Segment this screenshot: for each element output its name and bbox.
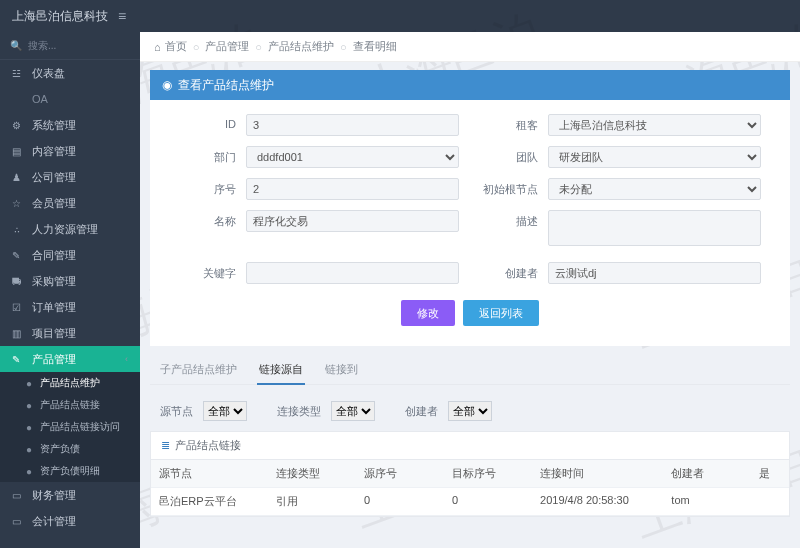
sidebar-item-3[interactable]: ▤内容管理 xyxy=(0,138,140,164)
links-table: 源节点 连接类型 源序号 目标序号 连接时间 创建者 是 邑泊ERP云平台 引用… xyxy=(150,460,790,517)
filter-type-label: 连接类型 xyxy=(277,404,321,419)
sidebar-item-label: 系统管理 xyxy=(32,118,76,133)
sidebar-subitem-1[interactable]: ●产品结点链接 xyxy=(0,394,140,416)
tab-linked-from[interactable]: 链接源自 xyxy=(257,356,305,385)
th-type: 连接类型 xyxy=(268,460,356,488)
sidebar-item-icon: ☑ xyxy=(12,302,26,313)
breadcrumb-b[interactable]: 产品结点维护 xyxy=(268,39,334,54)
sidebar-item-2[interactable]: ⚙系统管理 xyxy=(0,112,140,138)
table-row[interactable]: 邑泊ERP云平台 引用 0 0 2019/4/8 20:58:30 tom xyxy=(151,488,789,516)
sidebar-item-5[interactable]: ☆会员管理 xyxy=(0,190,140,216)
sidebar-item-10[interactable]: ▥项目管理 xyxy=(0,320,140,346)
select-team[interactable]: 研发团队 xyxy=(548,146,761,168)
sidebar-item-6[interactable]: ⛬人力资源管理 xyxy=(0,216,140,242)
select-tenant[interactable]: 上海邑泊信息科技 xyxy=(548,114,761,136)
sidebar-item-label: 仪表盘 xyxy=(32,66,65,81)
sidebar-item-4[interactable]: ♟公司管理 xyxy=(0,164,140,190)
subsection-title: 产品结点链接 xyxy=(175,438,241,453)
topbar: 上海邑泊信息科技 ≡ xyxy=(0,0,800,32)
td-creator: tom xyxy=(663,488,751,516)
chevron-left-icon: ‹ xyxy=(125,354,128,364)
sidebar-item-icon: ▥ xyxy=(12,328,26,339)
label-seq: 序号 xyxy=(168,178,246,197)
sidebar-item-0[interactable]: ☳仪表盘 xyxy=(0,60,140,86)
search-placeholder: 搜索... xyxy=(28,39,56,53)
edit-button[interactable]: 修改 xyxy=(401,300,455,326)
sidebar-item-icon: ▭ xyxy=(12,490,26,501)
sidebar-subitem-2[interactable]: ●产品结点链接访问 xyxy=(0,416,140,438)
label-name: 名称 xyxy=(168,210,246,229)
label-desc: 描述 xyxy=(470,210,548,229)
sidebar-item-icon: ✎ xyxy=(12,250,26,261)
sidebar-item-9[interactable]: ☑订单管理 xyxy=(0,294,140,320)
filter-type-select[interactable]: 全部 xyxy=(331,401,375,421)
breadcrumb-sep: ○ xyxy=(193,41,200,53)
breadcrumb: ⌂ 首页 ○ 产品管理 ○ 产品结点维护 ○ 查看明细 xyxy=(140,32,800,62)
list-icon: ≣ xyxy=(161,439,170,452)
tab-linked-to[interactable]: 链接到 xyxy=(323,356,360,384)
sidebar-item-icon: ☳ xyxy=(12,68,26,79)
breadcrumb-home[interactable]: 首页 xyxy=(165,39,187,54)
breadcrumb-sep: ○ xyxy=(340,41,347,53)
sidebar-item-label: 订单管理 xyxy=(32,300,76,315)
label-dept: 部门 xyxy=(168,146,246,165)
home-icon[interactable]: ⌂ xyxy=(154,41,161,53)
th-time: 连接时间 xyxy=(532,460,663,488)
input-id[interactable] xyxy=(246,114,459,136)
input-keyword[interactable] xyxy=(246,262,459,284)
sidebar-item-label: 项目管理 xyxy=(32,326,76,341)
label-team: 团队 xyxy=(470,146,548,165)
panel-title: 查看产品结点维护 xyxy=(178,77,274,94)
sidebar-item-icon: ☆ xyxy=(12,198,26,209)
sidebar-item-label: 合同管理 xyxy=(32,248,76,263)
sidebar-item-7[interactable]: ✎合同管理 xyxy=(0,242,140,268)
subsection-header: ≣ 产品结点链接 xyxy=(150,431,790,460)
sidebar-item-12[interactable]: ▭财务管理 xyxy=(0,482,140,508)
info-icon: ◉ xyxy=(162,78,172,92)
sidebar-item-11[interactable]: ✎产品管理‹ xyxy=(0,346,140,372)
sidebar-item-label: 财务管理 xyxy=(32,488,76,503)
th-creator: 创建者 xyxy=(663,460,751,488)
sidebar-item-label: 人力资源管理 xyxy=(32,222,98,237)
select-rootnode[interactable]: 未分配 xyxy=(548,178,761,200)
sidebar-search[interactable]: 🔍 搜索... xyxy=(0,32,140,60)
sidebar-subitem-4[interactable]: ●资产负债明细 xyxy=(0,460,140,482)
panel-header: ◉ 查看产品结点维护 xyxy=(150,70,790,100)
sidebar-item-label: 公司管理 xyxy=(32,170,76,185)
label-rootnode: 初始根节点 xyxy=(470,178,548,197)
sidebar-item-icon: ▭ xyxy=(12,516,26,527)
sidebar-subitem-3[interactable]: ●资产负债 xyxy=(0,438,140,460)
tabs: 子产品结点维护 链接源自 链接到 xyxy=(150,356,790,385)
main-content: ⌂ 首页 ○ 产品管理 ○ 产品结点维护 ○ 查看明细 ◉ 查看产品结点维护 I… xyxy=(140,32,800,548)
sidebar-item-label: OA xyxy=(32,93,48,105)
textarea-desc[interactable] xyxy=(548,210,761,246)
sidebar-item-icon: ▤ xyxy=(12,146,26,157)
td-extra xyxy=(751,488,789,516)
select-dept[interactable]: dddfd001 xyxy=(246,146,459,168)
bullet-icon: ● xyxy=(26,466,36,477)
tab-sub-nodes[interactable]: 子产品结点维护 xyxy=(158,356,239,384)
sidebar-subitem-label: 产品结点维护 xyxy=(40,376,100,390)
filter-creator-select[interactable]: 全部 xyxy=(448,401,492,421)
sidebar-item-icon: ♟ xyxy=(12,172,26,183)
label-tenant: 租客 xyxy=(470,114,548,133)
sidebar-subitem-0[interactable]: ●产品结点维护 xyxy=(0,372,140,394)
sidebar-item-1[interactable]: OA xyxy=(0,86,140,112)
input-name[interactable] xyxy=(246,210,459,232)
input-seq[interactable] xyxy=(246,178,459,200)
menu-toggle-icon[interactable]: ≡ xyxy=(118,8,126,24)
input-creator[interactable] xyxy=(548,262,761,284)
sidebar-item-13[interactable]: ▭会计管理 xyxy=(0,508,140,534)
breadcrumb-c: 查看明细 xyxy=(353,39,397,54)
th-src: 源节点 xyxy=(151,460,268,488)
bullet-icon: ● xyxy=(26,400,36,411)
breadcrumb-a[interactable]: 产品管理 xyxy=(205,39,249,54)
sidebar-item-icon: ⛬ xyxy=(12,224,26,235)
sidebar-item-8[interactable]: ⛟采购管理 xyxy=(0,268,140,294)
td-time: 2019/4/8 20:58:30 xyxy=(532,488,663,516)
filter-src-select[interactable]: 全部 xyxy=(203,401,247,421)
back-button[interactable]: 返回列表 xyxy=(463,300,539,326)
sidebar-subitem-label: 产品结点链接访问 xyxy=(40,420,120,434)
sidebar-item-icon: ⛟ xyxy=(12,276,26,287)
label-id: ID xyxy=(168,114,246,130)
